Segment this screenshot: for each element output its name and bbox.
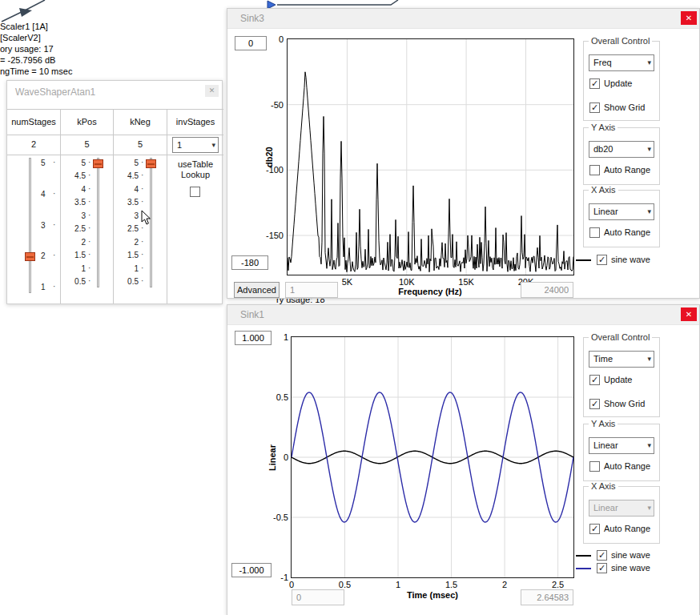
waveshaper-window: WaveShaperAtan1 ✕ numStages kPos kNeg in… [6, 80, 223, 304]
y-tick-label: -0.5 [261, 512, 288, 522]
chevron-down-icon: ▾ [647, 441, 651, 449]
slider-tick-label: 1.5 [118, 251, 139, 259]
checkbox-label: Show Grid [604, 102, 645, 112]
kNeg-slider-handle[interactable] [146, 159, 156, 168]
debug-line: ory usage: 17 [0, 43, 72, 54]
window-titlebar[interactable]: Sink1 [227, 305, 699, 325]
y-tick-label: 0 [258, 34, 284, 44]
checkbox-label: Auto Range [604, 165, 650, 175]
legend-label: sine wave [611, 550, 650, 560]
legend-label: sine wave [611, 255, 650, 264]
x-axis-ticks: 00.511.522.5 [292, 580, 573, 589]
combo-value: Linear [593, 440, 618, 450]
close-button[interactable]: ✕ [681, 11, 697, 25]
x-tick-label: 2.5 [552, 580, 564, 589]
window-title: Sink1 [240, 309, 264, 320]
x-axis-label: Frequency (Hz) [398, 287, 461, 296]
group-label: X Axis [589, 185, 618, 195]
x-max-edit[interactable]: 2.64583 [521, 589, 573, 605]
sink1-window: Sink1 ✕ 1.000 -1.000 Linear 10.50-0.5-1 … [227, 304, 700, 615]
legend-line-sample [576, 568, 591, 569]
slider-tick-mark: · [141, 263, 143, 272]
x-axis-combo[interactable]: Linear ▾ [589, 203, 654, 220]
x-tick-label: 0.5 [339, 580, 351, 589]
update-checkbox[interactable] [589, 375, 600, 385]
slider-tick-label: 5 [118, 159, 139, 167]
combo-value: db20 [593, 144, 613, 154]
x-tick-label: 0 [289, 580, 294, 589]
y-axis-group: Y Axis Linear ▾ Auto Range [583, 424, 660, 481]
close-icon: ✕ [686, 14, 692, 22]
x-max-edit[interactable]: 24000 [521, 282, 573, 298]
x-axis-group: X Axis Linear ▾ Auto Range [583, 486, 660, 544]
slider-tick-label: 2 [118, 238, 139, 247]
y-tick-label: -150 [258, 231, 284, 240]
y-auto-range-checkbox[interactable] [589, 165, 600, 175]
group-label: X Axis [589, 481, 618, 491]
y-axis-ticks: 10.50-0.5-1 [261, 337, 288, 577]
legend-checkbox[interactable] [597, 550, 607, 561]
slider-tick-label: 3.5 [118, 198, 139, 207]
y-tick-label: 1 [261, 332, 288, 342]
debug-line: ngTime = 10 msec [0, 66, 72, 77]
overall-control-group: Overall Control Time ▾ Update Show Grid [583, 337, 660, 417]
legend-line-sample [576, 259, 591, 261]
wire-arrowhead-icon [19, 8, 32, 17]
combo-value: Time [593, 354, 613, 364]
slider-tick-label: 2.5 [118, 224, 139, 233]
x-tick-label: 5K [342, 277, 352, 287]
y-axis-combo[interactable]: Linear ▾ [589, 437, 654, 454]
slider-tick-mark: · [141, 197, 143, 206]
show-grid-checkbox[interactable] [589, 399, 600, 409]
mouse-cursor [141, 210, 152, 226]
combo-value: Linear [593, 207, 618, 216]
chevron-down-icon: ▾ [647, 207, 651, 215]
x-min-edit[interactable]: 0 [292, 589, 344, 605]
checkbox-label: Auto Range [604, 227, 650, 237]
update-checkbox[interactable] [589, 78, 600, 89]
y-axis-group: Y Axis db20 ▾ Auto Range [583, 127, 660, 185]
slider-tick-label: 4.5 [118, 171, 139, 180]
y-axis-combo[interactable]: db20 ▾ [589, 141, 654, 158]
x-auto-range-checkbox[interactable] [589, 227, 600, 238]
group-label: Y Axis [589, 123, 618, 132]
legend-checkbox[interactable] [597, 255, 607, 265]
legend-checkbox[interactable] [597, 563, 607, 573]
x-tick-label: 1.5 [445, 580, 457, 589]
slider-tick-mark: · [141, 250, 143, 259]
show-grid-checkbox[interactable] [589, 102, 600, 113]
legend-line-sample [576, 555, 591, 557]
x-tick-label: 2 [502, 580, 507, 589]
spectrum-canvas [288, 39, 573, 275]
checkbox-label: Show Grid [604, 399, 645, 408]
legend-item: sine wave [576, 550, 696, 561]
checkbox-label: Update [604, 375, 632, 384]
slider-tick-mark: · [141, 276, 143, 285]
group-label: Overall Control [589, 36, 652, 46]
group-label: Overall Control [589, 332, 652, 342]
chevron-down-icon: ▾ [647, 145, 651, 153]
chevron-down-icon: ▾ [647, 355, 651, 363]
slider-tick-mark: · [141, 184, 143, 193]
x-auto-range-checkbox[interactable] [589, 524, 600, 534]
chevron-down-icon: ▾ [647, 58, 651, 66]
close-button[interactable]: ✕ [681, 308, 697, 321]
x-axis-label: Time (msec) [407, 590, 458, 600]
window-titlebar[interactable]: Sink3 [227, 9, 699, 29]
overall-control-combo[interactable]: Time ▾ [589, 351, 654, 368]
advanced-button[interactable]: Advanced [234, 282, 280, 298]
slider-tick-mark: · [141, 237, 143, 246]
x-axis-combo[interactable]: Linear ▾ [589, 500, 654, 517]
legend-item: sine wave [576, 563, 696, 574]
y-auto-range-checkbox[interactable] [589, 461, 600, 472]
x-axis-group: X Axis Linear ▾ Auto Range [583, 190, 660, 247]
debug-readout: Scaler1 [1A] [ScalerV2] ory usage: 17 = … [0, 21, 72, 77]
slider-tick-label: 0.5 [118, 277, 139, 286]
y-tick-label: -1 [261, 573, 288, 582]
x-min-edit[interactable]: 1 [285, 282, 338, 298]
slider-tick-mark: · [141, 158, 143, 167]
checkbox-label: Auto Range [604, 461, 650, 471]
slider-tick-label: 1 [118, 264, 139, 273]
debug-line: Scaler1 [1A] [0, 21, 72, 32]
overall-control-combo[interactable]: Freq ▾ [589, 54, 654, 71]
